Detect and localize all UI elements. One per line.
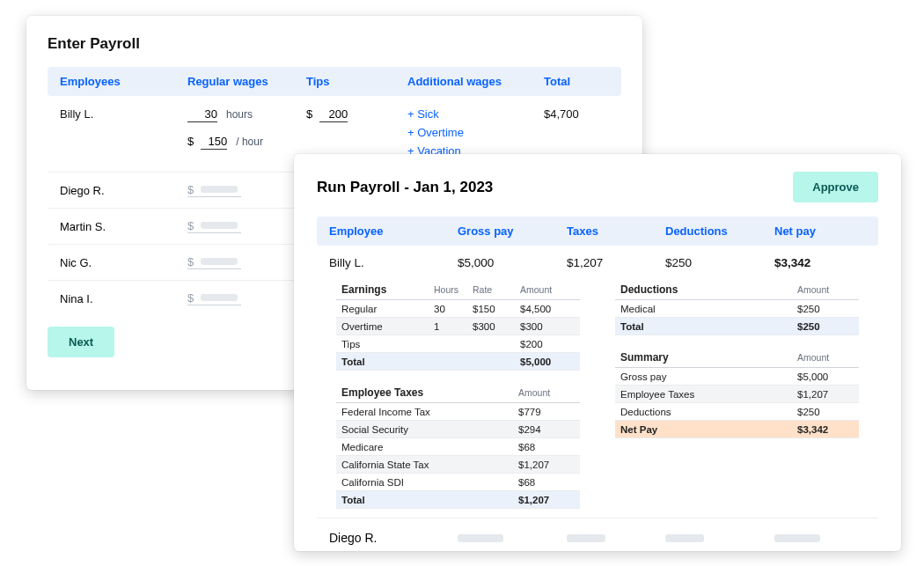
hours-input[interactable]: 30 xyxy=(187,107,217,122)
tax-row-medicare: Medicare$68 xyxy=(336,438,580,456)
tips-cell: $ 200 xyxy=(306,107,407,122)
wage-input-placeholder[interactable]: $ xyxy=(187,255,241,269)
hours-unit: hours xyxy=(226,108,253,121)
dollar-sign: $ xyxy=(306,107,312,121)
header-gross-pay: Gross pay xyxy=(458,224,567,238)
next-button[interactable]: Next xyxy=(48,327,114,357)
header-taxes: Taxes xyxy=(567,224,665,238)
gross-pay-value: $5,000 xyxy=(458,256,567,269)
employee-name: Diego R. xyxy=(329,531,458,545)
taxes-title: Employee Taxes xyxy=(341,386,518,399)
header-employees: Employees xyxy=(60,75,187,88)
enter-table-header: Employees Regular wages Tips Additional … xyxy=(48,67,621,96)
header-net-pay: Net pay xyxy=(774,224,866,238)
earnings-section: Earnings Hours Rate Amount Regular30$150… xyxy=(336,280,580,371)
run-payroll-title: Run Payroll - Jan 1, 2023 xyxy=(317,179,493,196)
deductions-title: Deductions xyxy=(620,283,797,296)
earnings-head-rate: Rate xyxy=(473,284,520,295)
earnings-row-total: Total$5,000 xyxy=(336,353,580,371)
summary-head-amount: Amount xyxy=(797,352,854,363)
summary-row-billy[interactable]: Billy L. $5,000 $1,207 $250 $3,342 xyxy=(317,246,878,280)
regular-wages-cell: 30 hours $ 150 / hour xyxy=(187,107,306,150)
placeholder-bar xyxy=(567,534,605,542)
payroll-detail-panel: Earnings Hours Rate Amount Regular30$150… xyxy=(317,280,878,514)
summary-row-gross: Gross pay$5,000 xyxy=(615,368,859,386)
detail-left-column: Earnings Hours Rate Amount Regular30$150… xyxy=(336,280,580,509)
wage-input-placeholder[interactable]: $ xyxy=(187,291,241,305)
wage-input-placeholder[interactable]: $ xyxy=(187,219,241,233)
employee-name: Billy L. xyxy=(329,256,458,269)
earnings-title: Earnings xyxy=(341,283,434,296)
placeholder-bar xyxy=(458,534,503,542)
summary-row-netpay: Net Pay$3,342 xyxy=(615,421,859,438)
rate-input[interactable]: 150 xyxy=(201,135,227,150)
employee-name: Diego R. xyxy=(60,184,187,197)
row-total: $4,700 xyxy=(544,107,609,121)
add-sick-link[interactable]: + Sick xyxy=(407,107,544,121)
approve-button[interactable]: Approve xyxy=(793,172,878,202)
header-total: Total xyxy=(544,75,609,88)
summary-row-taxes: Employee Taxes$1,207 xyxy=(615,386,859,403)
earnings-row-tips: Tips$200 xyxy=(336,335,580,353)
taxes-value: $1,207 xyxy=(567,256,665,269)
tax-row-federal: Federal Income Tax$779 xyxy=(336,403,580,421)
deduction-row-medical: Medical$250 xyxy=(615,300,859,318)
tax-row-ca-state: California State Tax$1,207 xyxy=(336,456,580,474)
deductions-head-amount: Amount xyxy=(797,284,854,295)
earnings-head-hours: Hours xyxy=(434,284,473,295)
add-overtime-link[interactable]: + Overtime xyxy=(407,126,544,139)
summary-title: Summary xyxy=(620,351,797,364)
placeholder-bar xyxy=(774,534,820,542)
employee-name: Nina I. xyxy=(60,292,187,305)
tax-row-ss: Social Security$294 xyxy=(336,421,580,438)
employee-name: Billy L. xyxy=(60,107,187,121)
employee-name: Martin S. xyxy=(60,220,187,233)
header-additional-wages: Additional wages xyxy=(407,75,544,88)
rate-unit: / hour xyxy=(236,136,263,148)
summary-section: Summary Amount Gross pay$5,000 Employee … xyxy=(615,348,859,438)
employee-name: Nic G. xyxy=(60,256,187,269)
taxes-head-amount: Amount xyxy=(518,387,575,398)
net-pay-value: $3,342 xyxy=(774,256,866,269)
earnings-row-regular: Regular30$150$4,500 xyxy=(336,300,580,318)
enter-payroll-title: Enter Payroll xyxy=(48,35,621,53)
deductions-section: Deductions Amount Medical$250 Total$250 xyxy=(615,280,859,335)
deductions-value: $250 xyxy=(665,256,774,269)
tax-row-ca-sdi: California SDI$68 xyxy=(336,474,580,491)
tips-input[interactable]: 200 xyxy=(319,107,348,122)
header-employee: Employee xyxy=(329,224,458,238)
tax-row-total: Total$1,207 xyxy=(336,491,580,509)
earnings-row-overtime: Overtime1$300$300 xyxy=(336,318,580,335)
header-tips: Tips xyxy=(306,75,407,88)
detail-right-column: Deductions Amount Medical$250 Total$250 … xyxy=(615,280,859,509)
dollar-sign: $ xyxy=(187,135,194,148)
summary-row-diego[interactable]: Diego R. xyxy=(317,518,878,554)
header-deductions: Deductions xyxy=(665,224,774,238)
wage-input-placeholder[interactable]: $ xyxy=(187,183,241,197)
header-regular-wages: Regular wages xyxy=(187,75,306,88)
run-payroll-card: Run Payroll - Jan 1, 2023 Approve Employ… xyxy=(294,154,901,551)
additional-wages-cell: + Sick + Overtime + Vacation xyxy=(407,107,544,158)
deduction-row-total: Total$250 xyxy=(615,318,859,335)
earnings-head-amount: Amount xyxy=(520,284,575,295)
run-table-header: Employee Gross pay Taxes Deductions Net … xyxy=(317,217,878,246)
summary-row-ded: Deductions$250 xyxy=(615,403,859,421)
employee-taxes-section: Employee Taxes Amount Federal Income Tax… xyxy=(336,383,580,509)
placeholder-bar xyxy=(665,534,704,542)
